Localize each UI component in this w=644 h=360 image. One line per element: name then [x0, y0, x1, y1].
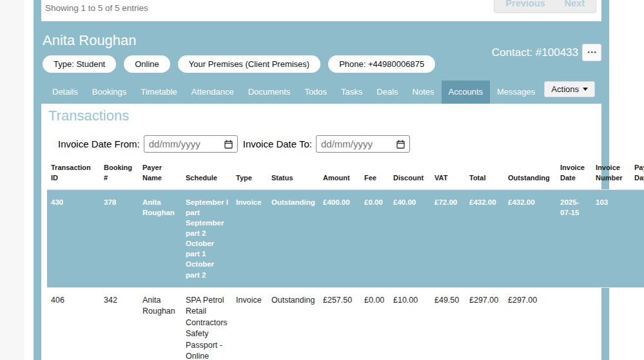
badge-online: Online — [124, 55, 170, 73]
cell-outstanding: £432.00 — [504, 189, 556, 287]
previous-button[interactable]: Previous — [505, 0, 545, 8]
col-vat: VAT — [431, 162, 465, 189]
cell-fee: £0.00 — [360, 287, 389, 360]
ellipsis-icon: ⋯ — [587, 46, 597, 57]
col-payer-name: Payer Name — [139, 162, 182, 189]
tab-attendance[interactable]: Attendance — [184, 81, 241, 104]
date-placeholder: dd/mm/yyyy — [321, 138, 373, 149]
col-payment-date: Payment Date — [630, 162, 644, 189]
cell-invoice-date — [556, 287, 592, 360]
table-row[interactable]: 430 378 Anita Roughan September I part S… — [47, 189, 644, 287]
cell-discount: £40.00 — [389, 189, 431, 287]
tab-bookings[interactable]: Bookings — [85, 81, 133, 104]
cell-type: Invoice — [232, 189, 268, 287]
invoice-date-from-label: Invoice Date From: — [58, 138, 140, 149]
tab-deals[interactable]: Deals — [369, 81, 405, 104]
cell-total: £297.00 — [465, 287, 504, 360]
invoice-date-to-label: Invoice Date To: — [243, 138, 312, 149]
invoice-date-filters: Invoice Date From: dd/mm/yyyy Invoice Da… — [58, 135, 601, 153]
more-actions-button[interactable]: ⋯ — [582, 44, 601, 61]
cell-payment-date — [630, 287, 644, 360]
tab-timetable[interactable]: Timetable — [133, 81, 184, 104]
col-booking: Booking # — [100, 162, 139, 189]
cell-invoice-date: 2025-07-15 — [556, 189, 592, 287]
tab-details[interactable]: Details — [45, 81, 85, 104]
cell-outstanding: £297.00 — [504, 287, 556, 360]
actions-dropdown-button[interactable]: Actions — [544, 81, 595, 97]
table-header-row: Transaction ID Booking # Payer Name Sche… — [47, 162, 644, 189]
tab-accounts[interactable]: Accounts — [442, 81, 490, 104]
cell-amount: £400.00 — [319, 189, 360, 287]
cell-status: Outstanding — [268, 287, 319, 360]
cell-payer-name: Anita Roughan — [139, 189, 182, 287]
col-amount: Amount — [319, 162, 360, 189]
cell-schedule: September I part September part 2 Octobe… — [182, 189, 232, 287]
transactions-title: Transactions — [41, 104, 601, 124]
col-fee: Fee — [360, 162, 389, 189]
cell-status: Outstanding — [268, 189, 319, 287]
contact-panel: Showing 1 to 5 of 5 entries Previous Nex… — [34, 0, 609, 360]
cell-booking: 342 — [100, 287, 139, 360]
cell-vat: £72.00 — [431, 189, 465, 287]
chevron-down-icon — [583, 88, 588, 91]
col-status: Status — [268, 162, 319, 189]
transactions-card: Transactions Invoice Date From: dd/mm/yy… — [41, 104, 601, 360]
cell-transaction-id: 406 — [47, 287, 100, 360]
transactions-table: Transaction ID Booking # Payer Name Sche… — [47, 162, 644, 360]
calendar-icon[interactable] — [396, 140, 405, 149]
contact-reference: Contact: #100433 — [492, 46, 578, 59]
badge-phone: Phone: +44980006875 — [328, 55, 435, 73]
tab-notes[interactable]: Notes — [405, 81, 442, 104]
col-invoice-date: Invoice Date — [556, 162, 592, 189]
col-type: Type — [232, 162, 268, 189]
cell-schedule: SPA Petrol Retail Contractors Safety Pas… — [182, 287, 232, 360]
cell-transaction-id: 430 — [47, 189, 100, 287]
page-left-gutter — [0, 0, 24, 360]
cell-payer-name: Anita Roughan — [139, 287, 182, 360]
cell-invoice-number: 103 — [592, 189, 630, 287]
tab-todos[interactable]: Todos — [297, 81, 334, 104]
col-transaction-id: Transaction ID — [47, 162, 100, 189]
cell-booking: 378 — [100, 189, 139, 287]
entries-summary: Showing 1 to 5 of 5 entries — [45, 3, 148, 13]
col-schedule: Schedule — [182, 162, 232, 189]
entries-footer-card: Showing 1 to 5 of 5 entries Previous Nex… — [41, 0, 601, 21]
date-placeholder: dd/mm/yyyy — [149, 138, 200, 149]
invoice-date-to-input[interactable]: dd/mm/yyyy — [316, 135, 410, 153]
tab-messages[interactable]: Messages — [490, 81, 542, 104]
contact-header: Anita Roughan Contact: #100433 ⋯ Type: S… — [34, 21, 609, 104]
table-row[interactable]: 406 342 Anita Roughan SPA Petrol Retail … — [47, 287, 644, 360]
cell-vat: £49.50 — [431, 287, 465, 360]
badge-type: Type: Student — [43, 55, 116, 73]
contact-tabs: Details Bookings Timetable Attendance Do… — [45, 81, 600, 104]
cell-type: Invoice — [232, 287, 268, 360]
col-total: Total — [465, 162, 504, 189]
col-discount: Discount — [389, 162, 431, 189]
cell-fee: £0.00 — [360, 189, 389, 287]
next-button[interactable]: Next — [565, 0, 585, 8]
cell-invoice-number — [592, 287, 630, 360]
cell-total: £432.00 — [465, 189, 504, 287]
badge-premises: Your Premises (Client Premises) — [178, 55, 320, 73]
tab-documents[interactable]: Documents — [241, 81, 298, 104]
pagination: Previous Next — [494, 0, 596, 13]
calendar-icon[interactable] — [224, 140, 233, 149]
actions-label: Actions — [551, 84, 579, 94]
col-outstanding: Outstanding — [504, 162, 556, 189]
cell-discount: £10.00 — [389, 287, 431, 360]
tab-tasks[interactable]: Tasks — [334, 81, 369, 104]
invoice-date-from-input[interactable]: dd/mm/yyyy — [144, 135, 238, 153]
col-invoice-number: Invoice Number — [592, 162, 630, 189]
cell-amount: £257.50 — [319, 287, 360, 360]
cell-payment-date — [630, 189, 644, 287]
